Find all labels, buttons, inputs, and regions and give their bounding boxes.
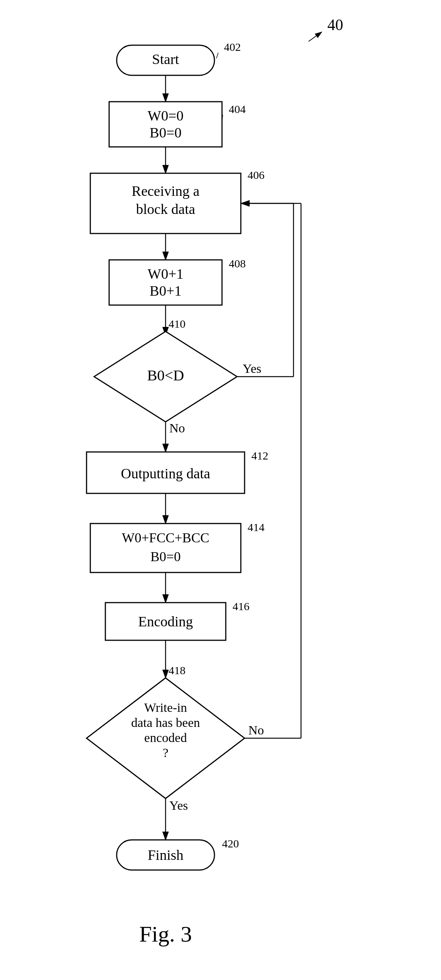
ref-418: 418 [168,664,186,676]
init-label-line1: W0=0 [148,108,183,124]
ref-402: 402 [224,41,241,53]
no-label-1: No [169,421,185,435]
svg-line-2 [309,32,322,41]
receive-label-line1: Receiving a [132,183,200,199]
calc-label-line1: W0+FCC+BCC [122,530,209,546]
decision2-label-line2: data has been [131,716,200,730]
output-label: Outputting data [121,466,210,481]
inc-label-line2: B0+1 [150,283,182,299]
figure-ref-40: 40 [327,16,343,33]
flowchart-diagram: 40 Start 402 W0=0 B0=0 404 Receiving a b… [0,0,441,980]
start-label: Start [152,51,179,67]
inc-label-line1: W0+1 [148,266,183,282]
decision2-label-line1: Write-in [144,700,187,714]
calc-label-line2: B0=0 [151,549,181,564]
ref-412: 412 [251,449,268,462]
decision2-label-line4: ? [163,746,168,760]
no-label-2: No [248,723,264,737]
ref-404: 404 [229,103,246,115]
ref-408: 408 [229,257,246,270]
yes-label-1: Yes [243,361,261,375]
finish-label: Finish [148,847,183,863]
ref-410: 410 [168,318,186,330]
svg-line-4 [216,53,218,58]
decision1-label: B0<D [147,367,184,384]
encoding-label: Encoding [138,614,193,629]
ref-414: 414 [247,521,265,533]
yes-label-2: Yes [169,799,188,812]
ref-406: 406 [247,169,265,181]
figure-caption: Fig. 3 [139,922,192,947]
init-label-line2: B0=0 [150,125,182,140]
ref-420: 420 [222,837,239,850]
ref-416: 416 [233,600,249,612]
receive-label-line2: block data [136,201,195,217]
decision2-label-line3: encoded [144,731,187,745]
